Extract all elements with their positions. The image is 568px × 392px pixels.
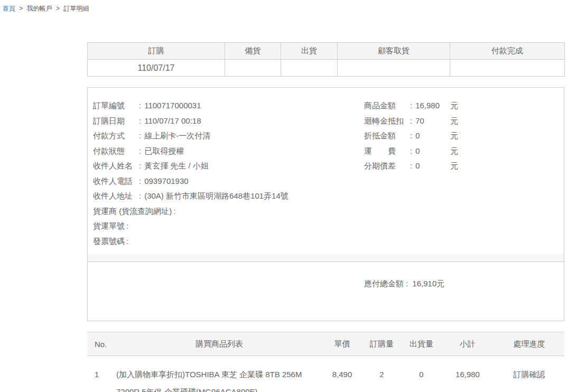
field-label: 訂購日期 [93,114,137,129]
status-header-row: 訂購 備貨 出貨 顧客取貨 付款完成 [88,43,565,60]
currency-unit: 元 [450,161,458,170]
installment-diff-row: 分期價差:0元 [364,158,558,174]
recipient-phone-value: 0939701930 [144,176,188,185]
field-label: 折抵金額 [364,128,408,144]
invoice-number-row: 發票號碼: [93,234,364,249]
field-label: 訂單編號 [93,98,137,114]
item-progress-status: 訂購確認 [494,356,564,392]
breadcrumb-separator: > [56,5,60,12]
order-detail-main: 訂單編號:1100717000031 訂購日期:110/07/17 00:18 … [88,88,564,254]
order-amounts-column: 商品金額:16,980元 迴轉金抵扣:70元 折抵金額:0元 運 費:0元 分期… [364,98,558,254]
total-due-value: 16,910元 [412,279,444,288]
item-amount-row: 商品金額:16,980元 [364,98,558,114]
status-header-preparing: 備貨 [225,43,281,60]
field-label: 收件人地址 [93,189,137,204]
payment-method-row: 付款方式:線上刷卡-一次付清 [93,128,364,144]
item-subtotal: 16,980 [441,356,494,392]
items-header-subtotal: 小計 [441,332,494,356]
items-header-no: No. [87,332,116,356]
breadcrumb-item-current: 訂單明細 [63,5,89,12]
status-paid-date [450,60,565,77]
item-product-name: (加入購物車享折扣)TOSHIBA 東芝 企業碟 8TB 256M 7200R … [116,356,322,392]
order-total-section: 應付總金額 :16,910元 [88,262,564,289]
field-label: 發票號碼 [93,234,125,249]
status-value-row: 110/07/17 [88,60,565,77]
total-due-label: 應付總金額 : [364,279,408,288]
tracking-number-row: 貨運單號: [93,219,364,234]
order-detail-box: 訂單編號:1100717000031 訂購日期:110/07/17 00:18 … [87,87,564,321]
currency-unit: 元 [450,131,458,140]
order-number-row: 訂單編號:1100717000031 [93,98,364,114]
item-amount-value: 16,980 [415,98,450,114]
recipient-name-value: 黃玄揮 先生 / 小姐 [144,161,209,170]
discount-amount-row: 折抵金額:0元 [364,128,558,144]
order-date-row: 訂購日期:110/07/17 00:18 [93,114,364,129]
items-header-unit-price: 單價 [322,332,362,356]
carrier-row: 貨運商 (貨流查詢網址): [93,204,364,219]
item-shipped-qty: 0 [402,356,441,392]
order-date-value: 110/07/17 00:18 [144,116,201,125]
currency-unit: 元 [450,146,458,155]
rebate-deduction-row: 迴轉金抵扣:70元 [364,114,558,129]
status-preparing-date [225,60,281,77]
discount-amount-value: 0 [415,128,450,144]
payment-status-row: 付款狀態:已取得授權 [93,144,364,159]
breadcrumb-item-account[interactable]: 我的帳戶 [27,5,52,12]
field-label: 運 費 [364,144,408,159]
breadcrumb-home-link[interactable]: 首頁 [3,5,15,12]
field-label: 迴轉金抵扣 [364,114,408,129]
currency-unit: 元 [450,101,458,110]
status-pickup-date [338,60,450,77]
recipient-address-value: (30A) 新竹市東區明湖路648巷101弄14號 [144,191,288,200]
installment-diff-value: 0 [415,158,450,174]
section-divider [88,254,564,262]
status-header-pickup: 顧客取貨 [338,43,450,60]
field-label: 收件人姓名 [93,158,137,174]
recipient-address-row: 收件人地址:(30A) 新竹市東區明湖路648巷101弄14號 [93,189,364,204]
status-shipped-date [281,60,338,77]
field-label: 商品金額 [364,98,408,114]
shipping-fee-value: 0 [415,144,450,159]
status-header-paid: 付款完成 [450,43,565,60]
field-label: 貨運商 (貨流查詢網址) [93,204,172,219]
order-info-column: 訂單編號:1100717000031 訂購日期:110/07/17 00:18 … [93,98,364,254]
main-content: 訂購 備貨 出貨 顧客取貨 付款完成 110/07/17 訂單編號:110071… [87,42,564,392]
order-status-table: 訂購 備貨 出貨 顧客取貨 付款完成 110/07/17 [87,42,565,77]
items-header-row: No. 購買商品列表 單價 訂購量 出貨量 小計 處理進度 [87,332,564,356]
breadcrumb-separator: > [19,5,23,12]
purchased-items-table: No. 購買商品列表 單價 訂購量 出貨量 小計 處理進度 1 (加入購物車享折… [87,332,564,392]
item-no: 1 [87,356,116,392]
field-label: 貨運單號 [93,219,125,234]
status-header-shipped: 出貨 [281,43,338,60]
order-number-value: 1100717000031 [144,101,201,110]
item-unit-price: 8,490 [322,356,362,392]
items-header-progress: 處理進度 [494,332,564,356]
breadcrumb: 首頁 > 我的帳戶 > 訂單明細 [3,4,568,13]
status-header-ordered: 訂購 [88,43,225,60]
recipient-phone-row: 收件人電話:0939701930 [93,174,364,189]
items-header-product: 購買商品列表 [116,332,322,356]
shipping-fee-row: 運 費:0元 [364,144,558,159]
items-header-order-qty: 訂購量 [362,332,402,356]
recipient-name-row: 收件人姓名:黃玄揮 先生 / 小姐 [93,158,364,174]
field-label: 付款方式 [93,128,137,144]
payment-status-value: 已取得授權 [144,146,184,155]
item-row: 1 (加入購物車享折扣)TOSHIBA 東芝 企業碟 8TB 256M 7200… [87,356,564,392]
currency-unit: 元 [450,116,458,125]
rebate-deduction-value: 70 [415,114,450,129]
items-header-shipped-qty: 出貨量 [402,332,441,356]
status-ordered-date: 110/07/17 [88,60,225,77]
field-label: 分期價差 [364,158,408,174]
item-order-qty: 2 [362,356,402,392]
field-label: 收件人電話 [93,174,137,189]
payment-method-value: 線上刷卡-一次付清 [144,131,210,140]
field-label: 付款狀態 [93,144,137,159]
